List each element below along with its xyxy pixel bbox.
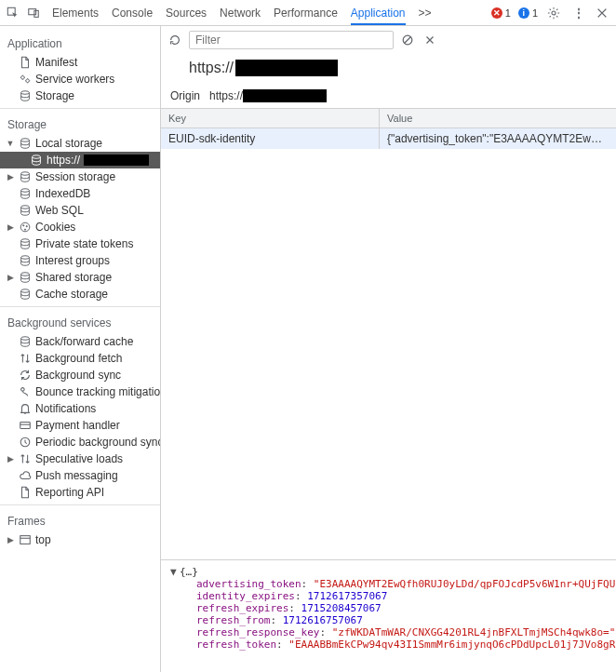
tab-sources[interactable]: Sources	[166, 1, 207, 25]
error-badge[interactable]: ✕1	[491, 7, 511, 19]
tab-performance[interactable]: Performance	[274, 1, 338, 25]
detail-field[interactable]: identity_expires: 1712617357067	[170, 590, 607, 602]
sidebar-item-reporting[interactable]: Reporting API	[0, 484, 160, 501]
sidebar-item-bf-cache[interactable]: Back/forward cache	[0, 333, 160, 350]
key: identity_expires	[196, 590, 295, 602]
sidebar-item-bg-sync[interactable]: Background sync	[0, 367, 160, 383]
label: top	[35, 533, 51, 546]
info-badge[interactable]: i1	[518, 7, 538, 19]
value: 1712616757067	[283, 614, 363, 626]
cell-key[interactable]: EUID-sdk-identity	[161, 128, 380, 149]
detail-field[interactable]: refresh_expires: 1715208457067	[170, 602, 607, 614]
cell-value[interactable]: {"advertising_token":"E3AAAAQYMT2EwQfh0R…	[380, 128, 616, 149]
tab-network[interactable]: Network	[220, 1, 261, 25]
sidebar-item-push[interactable]: Push messaging	[0, 467, 160, 484]
sidebar-item-frame-top[interactable]: ▶ top	[0, 531, 160, 548]
device-icon[interactable]	[24, 4, 43, 22]
key: advertising_token	[196, 578, 301, 590]
label: Back/forward cache	[35, 335, 133, 348]
chevron-right-icon[interactable]: ▶	[6, 273, 15, 282]
sidebar-item-bg-fetch[interactable]: Background fetch	[0, 350, 160, 367]
svg-point-19	[21, 289, 30, 293]
sidebar-item-cookies[interactable]: ▶ Cookies	[0, 219, 160, 235]
sidebar-item-bounce[interactable]: Bounce tracking mitigations	[0, 383, 160, 400]
chevron-right-icon[interactable]: ▶	[6, 172, 15, 181]
sidebar-item-speculative[interactable]: ▶Speculative loads	[0, 450, 160, 467]
filter-input[interactable]	[189, 31, 394, 49]
sidebar-item-notifications[interactable]: Notifications	[0, 400, 160, 417]
inspect-icon[interactable]	[4, 4, 22, 22]
svg-point-7	[21, 139, 30, 142]
sidebar-item-interest-groups[interactable]: Interest groups	[0, 252, 160, 269]
origin-row: Origin https://	[161, 86, 616, 109]
sidebar-item-indexeddb[interactable]: IndexedDB	[0, 185, 160, 202]
table-row[interactable]: EUID-sdk-identity {"advertising_token":"…	[161, 128, 616, 149]
file-icon	[19, 486, 32, 499]
redacted	[84, 155, 149, 166]
svg-point-13	[23, 225, 24, 226]
clear-all-icon[interactable]	[399, 32, 416, 48]
svg-point-18	[21, 273, 30, 276]
cookie-icon	[19, 221, 32, 234]
sidebar-item-manifest[interactable]: Manifest	[0, 54, 160, 71]
gear-icon[interactable]	[545, 5, 562, 21]
svg-point-16	[21, 239, 30, 243]
label: Cache storage	[35, 288, 108, 301]
col-key-header[interactable]: Key	[161, 109, 380, 128]
db-icon	[19, 271, 32, 284]
svg-rect-1	[29, 8, 36, 14]
sidebar-item-periodic-sync[interactable]: Periodic background sync	[0, 434, 160, 450]
detail-field[interactable]: refresh_token: "EAAABBmEkCPw94qv43I1SmmM…	[170, 638, 607, 651]
sidebar-item-cache-storage[interactable]: Cache storage	[0, 286, 160, 302]
origin-prefix: https://	[209, 89, 243, 102]
sidebar-item-payment[interactable]: Payment handler	[0, 417, 160, 434]
label: Private state tokens	[35, 237, 133, 250]
sidebar-item-private-state[interactable]: Private state tokens	[0, 235, 160, 252]
tab-application[interactable]: Application	[351, 1, 406, 25]
delete-icon[interactable]	[422, 32, 438, 48]
db-icon	[19, 204, 32, 217]
sidebar-item-local-storage-origin[interactable]: https://	[0, 152, 160, 168]
svg-rect-22	[20, 423, 31, 429]
db-icon	[19, 187, 32, 200]
chevron-right-icon[interactable]: ▶	[6, 535, 15, 544]
tab-more[interactable]: >>	[419, 1, 432, 25]
object-preview: {…}	[180, 566, 198, 578]
detail-header[interactable]: ▼{…}	[170, 566, 607, 578]
chevron-down-icon[interactable]: ▼	[170, 566, 180, 578]
sidebar-item-local-storage[interactable]: ▼ Local storage	[0, 135, 160, 152]
detail-field[interactable]: refresh_response_key: "zfWKDATmWAR/CNXGG…	[170, 626, 607, 638]
key: refresh_from	[196, 614, 270, 626]
refresh-icon[interactable]	[167, 32, 183, 48]
label: Background sync	[35, 369, 121, 382]
label: Notifications	[35, 402, 96, 415]
label: Interest groups	[35, 254, 110, 267]
close-icon[interactable]	[594, 5, 610, 21]
table-body: EUID-sdk-identity {"advertising_token":"…	[161, 128, 616, 560]
section-frames: Frames	[0, 509, 160, 531]
kebab-icon[interactable]: ⋮	[569, 5, 586, 21]
label: Web SQL	[35, 204, 84, 217]
label: Push messaging	[35, 469, 118, 482]
tab-elements[interactable]: Elements	[52, 1, 99, 25]
sidebar-item-websql[interactable]: Web SQL	[0, 202, 160, 219]
sidebar: Application Manifest Service workers Sto…	[0, 26, 161, 672]
tab-console[interactable]: Console	[112, 1, 153, 25]
sidebar-item-shared-storage[interactable]: ▶ Shared storage	[0, 269, 160, 286]
detail-field[interactable]: advertising_token: "E3AAAAQYMT2EwQfh0RUJ…	[170, 578, 607, 590]
sidebar-item-storage-top[interactable]: Storage	[0, 87, 160, 104]
info-count: 1	[532, 7, 538, 19]
sidebar-item-session-storage[interactable]: ▶ Session storage	[0, 168, 160, 185]
col-value-header[interactable]: Value	[380, 109, 616, 128]
chevron-right-icon[interactable]: ▶	[6, 454, 15, 464]
label: Periodic background sync	[35, 436, 161, 449]
storage-toolbar	[161, 26, 616, 54]
label: IndexedDB	[35, 187, 90, 200]
cloud-icon	[19, 469, 32, 482]
sidebar-item-service-workers[interactable]: Service workers	[0, 71, 160, 87]
svg-point-8	[33, 155, 41, 159]
sync-icon	[19, 369, 32, 382]
chevron-right-icon[interactable]: ▶	[6, 222, 15, 232]
chevron-down-icon[interactable]: ▼	[6, 139, 15, 148]
detail-field[interactable]: refresh_from: 1712616757067	[170, 614, 607, 626]
